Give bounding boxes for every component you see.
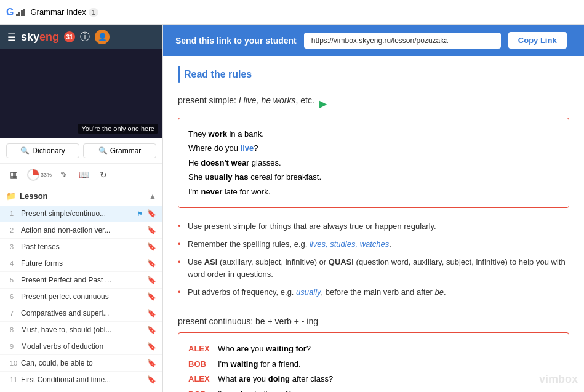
bullet-2: Remember the spelling rules, e.g. lives,… xyxy=(178,236,569,254)
lesson-bookmark-icon: 🔖 xyxy=(147,292,156,301)
dialogue-row-4: BOB I'm going to the café. xyxy=(188,387,559,392)
example-5: I'm never late for work. xyxy=(188,185,559,199)
link-banner: Send this link to your student https://v… xyxy=(163,25,584,56)
present-simple-title: present simple: I live, he works, etc. xyxy=(178,95,314,105)
read-rules-text: Read the rules xyxy=(184,69,252,80)
search-icon: 🔍 xyxy=(20,146,30,155)
example-3: He doesn't wear glasses. xyxy=(188,156,559,170)
brand-logo: skyeng xyxy=(21,31,59,44)
tab-label: Grammar Index xyxy=(30,7,86,17)
lesson-item[interactable]: 4 Future forms 🔖 xyxy=(0,255,162,272)
lesson-item[interactable]: 1 Present simple/continuo... ⚑ 🔖 xyxy=(0,206,162,222)
example-4: She usually has cereal for breakfast. xyxy=(188,170,559,184)
hamburger-icon[interactable]: ☰ xyxy=(7,31,16,43)
signal-bars xyxy=(16,9,25,16)
tab-count-badge: 1 xyxy=(89,8,98,17)
edit-icon[interactable]: ✎ xyxy=(57,167,71,182)
lesson-number: 7 xyxy=(10,310,21,317)
help-icon[interactable]: ⓘ xyxy=(80,31,90,44)
video-area: You're the only one here xyxy=(0,49,163,138)
present-continuous-section: present continuous: be + verb + - ing AL… xyxy=(178,316,569,392)
lesson-number: 2 xyxy=(10,226,21,234)
lesson-item[interactable]: 12 Second Conditional 🔖 xyxy=(0,388,162,392)
copy-icon[interactable]: ▦ xyxy=(6,167,21,182)
lesson-name: Can, could, be able to xyxy=(21,359,145,367)
dictionary-label: Dictionary xyxy=(32,146,65,155)
lesson-name: Must, have to, should (obl... xyxy=(21,326,145,334)
lesson-number: 5 xyxy=(10,276,21,284)
lesson-item[interactable]: 11 First Conditional and time... 🔖 xyxy=(0,372,162,388)
lesson-item[interactable]: 5 Present Perfect and Past ... 🔖 xyxy=(0,272,162,289)
copy-link-button[interactable]: Copy Link xyxy=(508,32,567,49)
lesson-item[interactable]: 7 Comparatives and superl... 🔖 xyxy=(0,305,162,322)
lesson-name: Future forms xyxy=(21,259,145,268)
dialogue-box: ALEX Who are you waiting for? BOB I'm wa… xyxy=(178,332,569,392)
lesson-header-label: Lesson xyxy=(20,191,48,201)
blue-accent-bar xyxy=(178,66,180,83)
lesson-item[interactable]: 8 Must, have to, should (obl... 🔖 xyxy=(0,322,162,338)
send-link-text: Send this link to your student xyxy=(175,36,297,46)
lesson-bookmark-icon: 🔖 xyxy=(147,326,156,334)
lesson-header[interactable]: 📁 Lesson ▲ xyxy=(0,186,162,206)
dialogue-text-4: I'm going to the café. xyxy=(218,387,294,392)
flag-icon: ⚑ xyxy=(137,210,143,217)
lesson-name: Present perfect continuous xyxy=(21,292,145,301)
present-simple-examples: They work in a bank. Where do you live? … xyxy=(178,118,569,208)
refresh-icon[interactable]: ↻ xyxy=(96,167,111,182)
lesson-bookmark-icon: 🔖 xyxy=(147,359,156,367)
lesson-item[interactable]: 3 Past tenses 🔖 xyxy=(0,239,162,255)
lesson-bookmark-icon: 🔖 xyxy=(147,226,156,234)
speaker-bob-2: BOB xyxy=(188,387,210,392)
speaker-alex-2: ALEX xyxy=(188,372,210,387)
grammar-search-icon: 🔍 xyxy=(98,146,108,155)
lesson-bookmark-icon: 🔖 xyxy=(147,342,156,351)
lesson-bookmark-icon: 🔖 xyxy=(147,259,156,268)
present-simple-section: present simple: I live, he works, etc. ▶… xyxy=(178,95,569,302)
lesson-name: Present simple/continuo... xyxy=(21,209,137,218)
toolbar: ▦ 33% ✎ 📖 ↻ xyxy=(0,164,162,186)
user-avatar[interactable]: 👤 xyxy=(95,30,110,44)
lesson-number: 8 xyxy=(10,326,21,334)
lesson-bookmark-icon: 🔖 xyxy=(147,276,156,284)
dialogue-text-3: What are you doing after class? xyxy=(218,372,333,387)
lesson-number: 4 xyxy=(10,260,21,267)
vimbox-watermark: vimbox xyxy=(539,373,578,386)
lesson-number: 1 xyxy=(10,210,21,217)
lesson-item[interactable]: 2 Action and non-action ver... 🔖 xyxy=(0,222,162,239)
lesson-name: First Conditional and time... xyxy=(21,375,145,384)
cursor-pointer-icon: ▶ xyxy=(319,98,327,110)
lesson-bookmark-icon: 🔖 xyxy=(147,375,156,384)
browser-logo: G xyxy=(6,7,14,18)
lesson-bookmark-icon: 🔖 xyxy=(147,309,156,318)
lesson-item[interactable]: 10 Can, could, be able to 🔖 xyxy=(0,355,162,372)
lesson-name: Comparatives and superl... xyxy=(21,309,145,318)
dictionary-button[interactable]: 🔍 Dictionary xyxy=(6,143,79,158)
content-area: Send this link to your student https://v… xyxy=(163,25,584,392)
dialogue-text-2: I'm waiting for a friend. xyxy=(218,357,301,372)
present-continuous-title: present continuous: be + verb + - ing xyxy=(178,316,569,326)
lesson-number: 10 xyxy=(10,359,21,367)
only-one-label: You're the only one here xyxy=(78,124,158,134)
book-icon[interactable]: 📖 xyxy=(76,167,91,182)
lesson-number: 3 xyxy=(10,243,21,250)
bullet-3: Use ASI (auxiliary, subject, infinitive)… xyxy=(178,254,569,284)
content-scroll[interactable]: Read the rules present simple: I live, h… xyxy=(163,56,584,392)
present-simple-bullets: Use present simple for things that are a… xyxy=(178,218,569,302)
grammar-label: Grammar xyxy=(110,146,142,155)
lesson-number: 6 xyxy=(10,293,21,300)
bullet-1: Use present simple for things that are a… xyxy=(178,218,569,236)
grammar-button[interactable]: 🔍 Grammar xyxy=(83,143,156,158)
link-url-display: https://vimbox.skyeng.ru/lesson/pozuzaka xyxy=(304,33,501,49)
lesson-name: Past tenses xyxy=(21,242,145,251)
notification-badge[interactable]: 31 xyxy=(64,31,75,42)
lesson-number: 9 xyxy=(10,343,21,350)
lesson-item[interactable]: 9 Modal verbs of deduction 🔖 xyxy=(0,338,162,355)
folder-icon: 📁 xyxy=(6,191,16,201)
lesson-bookmark-icon: 🔖 xyxy=(147,242,156,251)
lesson-item[interactable]: 6 Present perfect continuous 🔖 xyxy=(0,289,162,305)
lesson-name: Modal verbs of deduction xyxy=(21,342,145,351)
example-1: They work in a bank. xyxy=(188,127,559,141)
speaker-alex-1: ALEX xyxy=(188,342,210,357)
read-rules-header: Read the rules xyxy=(178,66,569,83)
pie-chart-icon[interactable] xyxy=(26,167,41,182)
